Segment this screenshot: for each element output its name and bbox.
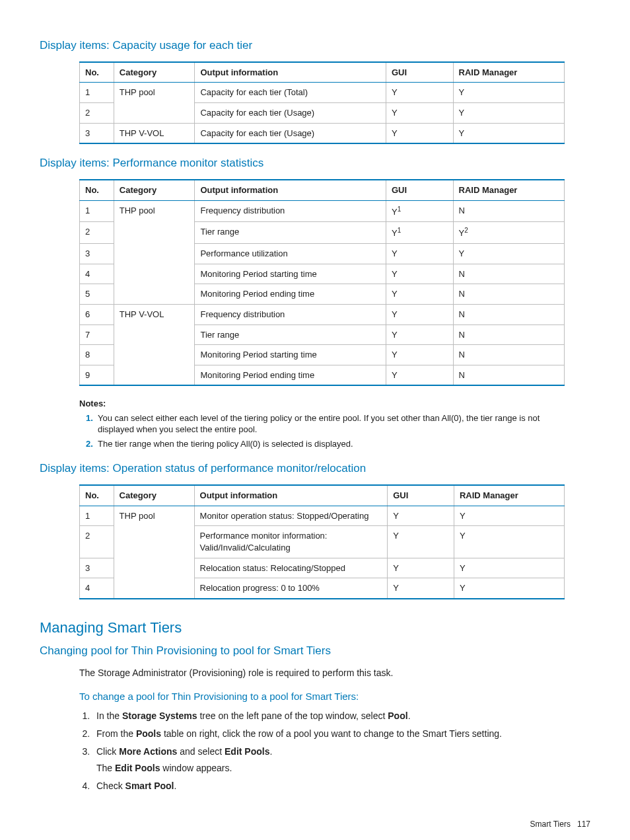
cell-gui: Y [386,325,454,345]
cell-rm: N [453,284,564,305]
table-row: 3 Performance utilization Y Y [80,244,565,264]
step-text: Check Smart Pool. [96,781,176,791]
th-out: Output information [195,180,386,200]
cell-cat [114,558,194,578]
th-out: Output information [195,62,386,83]
cell-out: Frequency distribution [195,200,386,222]
table-capacity: No. Category Output information GUI RAID… [79,61,565,144]
page-footer: Smart Tiers 117 [40,819,590,829]
th-rm: RAID Manager [453,62,564,83]
table-row: 1 THP pool Capacity for each tier (Total… [80,83,565,103]
cell-no: 5 [80,284,114,305]
cell-rm: Y [454,578,564,599]
cell-cat [114,526,194,558]
cell-gui: Y [388,526,454,558]
cell-cat: THP pool [114,200,195,222]
cell-cat [114,284,195,305]
table-row: 1 THP pool Monitor operation status: Sto… [80,506,565,526]
step-item: Click More Actions and select Edit Pools… [92,745,590,775]
cell-gui: Y [386,284,454,305]
cell-gui: Y [386,103,453,124]
cell-out: Frequency distribution [195,305,386,325]
step-item: Check Smart Pool. [92,780,590,792]
cell-cat: THP V-VOL [114,305,195,325]
cell-cat: THP pool [114,83,195,103]
cell-out: Monitoring Period starting time [195,264,386,284]
cell-cat [114,325,195,345]
cell-no: 2 [80,526,114,558]
table-row: 3 THP V-VOL Capacity for each tier (Usag… [80,123,565,143]
cell-gui: Y [386,305,454,325]
table1-wrap: No. Category Output information GUI RAID… [79,61,590,144]
cell-out: Monitor operation status: Stopped/Operat… [194,506,388,526]
cell-rm: N [453,365,564,385]
cell-cat: THP pool [114,506,194,526]
cell-out: Performance utilization [195,244,386,264]
cell-rm: N [453,200,564,222]
cell-rm: Y [454,506,564,526]
table-header-row: No. Category Output information GUI RAID… [80,62,565,83]
cell-cat [114,264,195,284]
table2-wrap: No. Category Output information GUI RAID… [79,179,590,386]
cell-cat [114,365,195,385]
th-no: No. [80,62,114,83]
cell-no: 2 [80,103,114,124]
cell-out: Capacity for each tier (Usage) [195,103,386,124]
th-gui: GUI [386,180,454,200]
cell-cat [114,222,195,244]
cell-no: 1 [80,83,114,103]
cell-out: Relocation status: Relocating/Stopped [194,558,388,578]
cell-out: Capacity for each tier (Total) [195,83,386,103]
notes-block: Notes: 1. You can select either each lev… [79,398,565,449]
cell-rm: N [453,305,564,325]
th-cat: Category [114,180,195,200]
table-row: 7 Tier range Y N [80,325,565,345]
cell-gui: Y [388,506,454,526]
table-row: 6 THP V-VOL Frequency distribution Y N [80,305,565,325]
cell-no: 3 [80,558,114,578]
cell-out: Monitoring Period starting time [195,345,386,365]
section2-title: Display items: Performance monitor stati… [40,156,590,171]
cell-rm: Y [453,123,564,143]
section3-title: Display items: Operation status of perfo… [40,461,590,477]
th-no: No. [80,485,114,506]
table-row: 2 Performance monitor information: Valid… [80,526,565,558]
cell-rm: Y2 [453,222,564,244]
th-out: Output information [194,485,388,506]
notes-title: Notes: [79,398,565,410]
table-row: 4 Relocation progress: 0 to 100% Y Y [80,578,565,599]
th-gui: GUI [386,62,453,83]
footer-section: Smart Tiers [530,820,571,829]
cell-no: 3 [80,123,114,143]
cell-out: Tier range [195,222,386,244]
cell-out: Monitoring Period ending time [195,284,386,305]
cell-rm: Y [453,83,564,103]
cell-gui: Y [386,123,453,143]
cell-gui: Y [386,365,454,385]
th-cat: Category [114,62,195,83]
cell-gui: Y1 [386,222,454,244]
cell-gui: Y [386,83,453,103]
footer-page: 117 [577,820,590,829]
table-row: 3 Relocation status: Relocating/Stopped … [80,558,565,578]
cell-out: Monitoring Period ending time [195,365,386,385]
step-text: From the Pools table on right, click the… [96,728,502,739]
cell-gui: Y [386,244,454,264]
cell-no: 3 [80,244,114,264]
th-gui: GUI [388,485,454,506]
cell-no: 4 [80,578,114,599]
th-no: No. [80,180,114,200]
cell-cat: THP V-VOL [114,123,195,143]
cell-no: 1 [80,200,114,222]
cell-rm: Y [453,244,564,264]
cell-no: 9 [80,365,114,385]
cell-out: Tier range [195,325,386,345]
cell-rm: Y [454,558,564,578]
cell-gui: Y [386,264,454,284]
note-text: The tier range when the tiering policy A… [98,438,565,450]
cell-gui: Y [388,578,454,599]
table-row: 4 Monitoring Period starting time Y N [80,264,565,284]
table-row: 1 THP pool Frequency distribution Y1 N [80,200,565,222]
cell-no: 6 [80,305,114,325]
cell-out: Relocation progress: 0 to 100% [194,578,388,599]
